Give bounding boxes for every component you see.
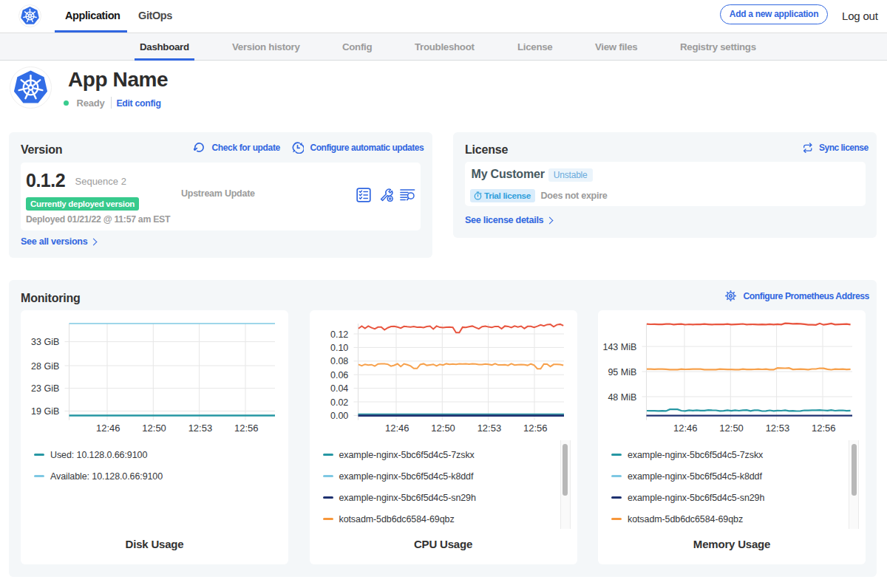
- svg-text:12:53: 12:53: [188, 423, 213, 434]
- svg-text:12:50: 12:50: [431, 423, 455, 434]
- svg-text:12:56: 12:56: [523, 423, 548, 434]
- svg-text:12:53: 12:53: [766, 423, 790, 434]
- svg-text:0.04: 0.04: [330, 383, 347, 394]
- svg-text:0.08: 0.08: [330, 356, 347, 366]
- svg-text:0.06: 0.06: [330, 370, 347, 380]
- svg-text:0.12: 0.12: [330, 329, 347, 340]
- svg-text:48 MiB: 48 MiB: [608, 392, 636, 403]
- svg-text:12:46: 12:46: [96, 423, 120, 434]
- svg-text:23 GiB: 23 GiB: [31, 383, 59, 394]
- svg-text:19 GiB: 19 GiB: [31, 406, 59, 417]
- svg-text:0.00: 0.00: [330, 411, 347, 421]
- svg-text:12:53: 12:53: [477, 423, 501, 434]
- svg-text:33 GiB: 33 GiB: [31, 337, 59, 347]
- svg-text:12:50: 12:50: [142, 423, 166, 434]
- svg-text:12:56: 12:56: [812, 423, 836, 434]
- svg-text:95 MiB: 95 MiB: [608, 367, 636, 377]
- svg-text:12:46: 12:46: [673, 423, 698, 434]
- svg-text:12:56: 12:56: [234, 423, 259, 434]
- svg-text:12:46: 12:46: [385, 423, 409, 434]
- svg-text:0.10: 0.10: [330, 343, 347, 353]
- svg-text:12:50: 12:50: [719, 423, 744, 434]
- svg-text:0.02: 0.02: [330, 397, 347, 408]
- svg-text:143 MiB: 143 MiB: [602, 342, 636, 352]
- svg-text:28 GiB: 28 GiB: [31, 361, 59, 372]
